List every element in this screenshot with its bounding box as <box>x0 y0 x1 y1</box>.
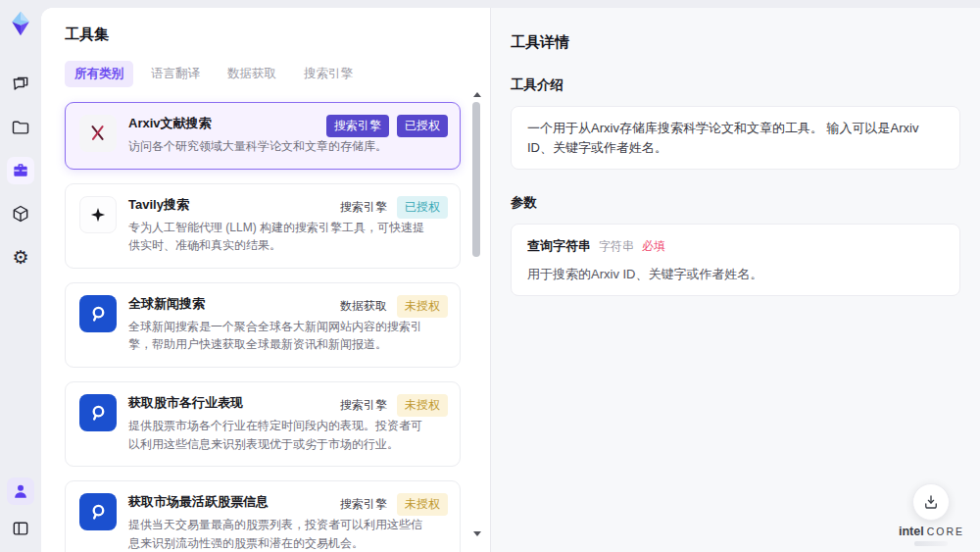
corner-widgets: intel CORE <box>899 483 964 546</box>
news-q-blue-icon <box>79 493 117 530</box>
news-q-blue-icon <box>79 394 117 431</box>
param-description: 用于搜索的Arxiv ID、关键字或作者姓名。 <box>527 265 944 284</box>
download-icon <box>922 493 940 511</box>
sidebar-item-tools[interactable] <box>7 157 34 184</box>
chat-icon <box>11 75 30 94</box>
tool-auth-badge: 未授权 <box>397 295 448 318</box>
scroll-down-arrow-icon[interactable] <box>473 531 481 536</box>
params-heading: 参数 <box>511 194 960 212</box>
tool-details-panel: 工具详情 工具介绍 一个用于从Arxiv存储库搜索科学论文和文章的工具。 输入可… <box>490 8 980 552</box>
arxiv-logo-icon <box>79 115 117 152</box>
details-title: 工具详情 <box>511 33 960 52</box>
tool-card[interactable]: Tavily搜索 专为人工智能代理 (LLM) 构建的搜索引擎工具，可快速提供实… <box>65 183 461 269</box>
sidebar-item-collapse[interactable] <box>7 515 34 542</box>
tool-card[interactable]: Arxiv文献搜索 访问各个研究领域大量科学论文和文章的存储库。 搜索引擎 已授… <box>65 102 461 170</box>
tool-category-tag: 搜索引擎 <box>326 115 389 137</box>
scrollbar-thumb[interactable] <box>472 102 480 257</box>
sidebar-item-settings[interactable]: ⚙ <box>7 243 34 271</box>
tools-list-panel: 工具集 所有类别 语言翻译 数据获取 搜索引擎 A <box>41 8 490 552</box>
tool-description: 提供当天交易量最高的股票列表，投资者可以利用这些信息来识别流动性强的股票和潜在的… <box>128 516 424 552</box>
param-required-badge: 必填 <box>642 237 665 255</box>
sidebar-item-models[interactable] <box>7 200 34 227</box>
sidebar-item-chat[interactable] <box>7 71 34 98</box>
app-logo-icon <box>7 10 34 37</box>
tool-description: 访问各个研究领域大量科学论文和文章的存储库。 <box>128 137 424 156</box>
intel-core-logo: intel CORE <box>899 526 964 546</box>
list-scrollbar[interactable] <box>472 92 481 536</box>
gear-icon: ⚙ <box>12 248 28 267</box>
tool-description: 全球新闻搜索是一个聚合全球各大新闻网站内容的搜索引擎，帮助用户快速获取全球最新资… <box>128 318 424 354</box>
app-root: ⚙ 工具集 所有类别 语言翻译 数据获取 搜索引擎 <box>0 0 980 552</box>
tool-category-tag: 搜索引擎 <box>338 493 389 516</box>
tool-auth-badge: 已授权 <box>397 196 448 219</box>
tool-card[interactable]: 获取市场最活跃股票信息 提供当天交易量最高的股票列表，投资者可以利用这些信息来识… <box>65 480 461 552</box>
category-tab[interactable]: 数据获取 <box>218 61 286 87</box>
tool-category-tag: 数据获取 <box>338 295 389 318</box>
sidebar-nav: ⚙ <box>7 71 34 271</box>
sidebar: ⚙ <box>0 0 41 552</box>
category-tabs: 所有类别 语言翻译 数据获取 搜索引擎 <box>65 61 461 87</box>
tavily-star-icon <box>79 196 117 233</box>
toolbox-icon <box>11 161 30 180</box>
param-type: 字符串 <box>599 237 634 255</box>
category-tab[interactable]: 搜索引擎 <box>294 61 363 87</box>
tool-category-tag: 搜索引擎 <box>338 394 389 417</box>
tool-auth-badge: 未授权 <box>397 394 448 417</box>
user-icon <box>11 481 30 501</box>
folder-icon <box>11 118 30 137</box>
sidebar-bottom <box>7 477 34 542</box>
param-box: 查询字符串 字符串 必填 用于搜索的Arxiv ID、关键字或作者姓名。 <box>511 224 960 296</box>
tool-auth-badge: 未授权 <box>397 493 448 516</box>
tool-card[interactable]: 获取股市各行业表现 提供股票市场各个行业在特定时间段内的表现。投资者可以利用这些… <box>65 381 461 467</box>
tool-description: 专为人工智能代理 (LLM) 构建的搜索引擎工具，可快速提供实时、准确和真实的结… <box>128 219 424 255</box>
sidebar-item-files[interactable] <box>7 114 34 141</box>
tool-card[interactable]: 全球新闻搜索 全球新闻搜索是一个聚合全球各大新闻网站内容的搜索引擎，帮助用户快速… <box>65 282 461 368</box>
tools-list: Arxiv文献搜索 访问各个研究领域大量科学论文和文章的存储库。 搜索引擎 已授… <box>65 102 461 552</box>
scroll-up-arrow-icon[interactable] <box>473 92 481 97</box>
intro-heading: 工具介绍 <box>511 76 960 94</box>
main-content: 工具集 所有类别 语言翻译 数据获取 搜索引擎 A <box>41 8 980 552</box>
category-tab[interactable]: 所有类别 <box>65 61 133 87</box>
param-name: 查询字符串 <box>527 236 591 256</box>
tool-description: 提供股票市场各个行业在特定时间段内的表现。投资者可以利用这些信息来识别表现优于或… <box>128 417 424 453</box>
tool-category-tag: 搜索引擎 <box>338 196 389 219</box>
category-tab[interactable]: 语言翻译 <box>141 61 210 87</box>
cube-icon <box>11 204 30 224</box>
download-button[interactable] <box>912 483 950 521</box>
panel-icon <box>11 519 30 538</box>
intro-box: 一个用于从Arxiv存储库搜索科学论文和文章的工具。 输入可以是Arxiv ID… <box>511 106 960 170</box>
tool-auth-badge: 已授权 <box>397 115 448 137</box>
intel-ultra-bar <box>914 541 948 546</box>
page-title: 工具集 <box>65 25 461 44</box>
news-q-blue-icon <box>79 295 117 332</box>
sidebar-item-profile[interactable] <box>7 477 34 505</box>
